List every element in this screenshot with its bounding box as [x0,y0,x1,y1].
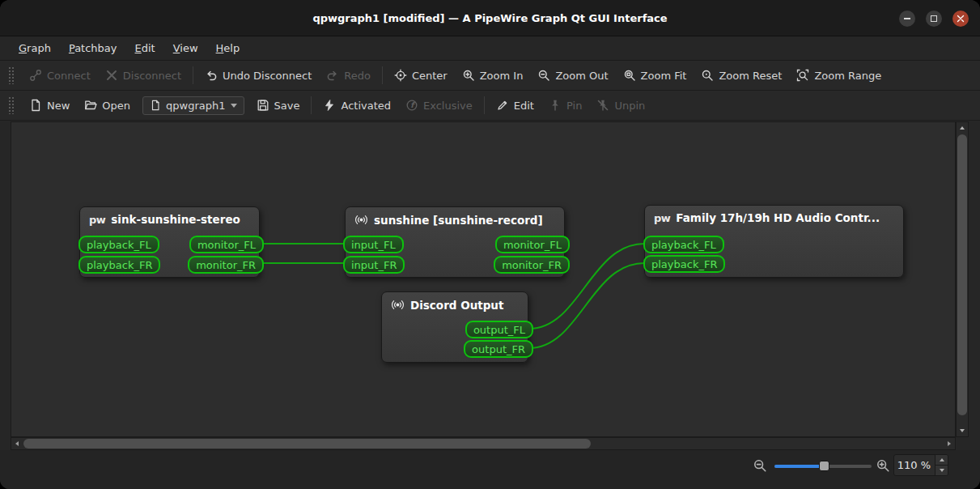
horizontal-scroll-thumb[interactable] [23,439,591,449]
scroll-down-button[interactable] [957,425,968,436]
statusbar-zoom-in-button[interactable] [876,458,890,476]
port-input[interactable]: playback_FL [78,236,159,253]
open-folder-icon [84,99,97,112]
pin-button[interactable]: Pin [541,96,589,115]
disconnect-icon [105,69,118,82]
pipewire-icon: pw [89,214,105,226]
node-title: Family 17h/19h HD Audio Contr... [676,211,880,224]
port-input[interactable]: playback_FR [643,255,725,273]
chevron-down-icon [231,104,237,108]
new-button[interactable]: New [22,96,77,115]
port-input[interactable]: playback_FR [78,256,160,274]
zoom-out-small-icon [753,458,767,473]
vertical-scroll-thumb[interactable] [957,134,967,415]
menu-graph[interactable]: Graph [10,36,60,60]
save-button[interactable]: Save [249,96,308,115]
zoom-spin-up-button[interactable] [935,455,948,466]
port-output[interactable]: monitor_FL [189,236,264,253]
pencil-icon [496,99,509,112]
toolbar-separator [311,96,312,114]
zoom-slider[interactable] [774,460,872,473]
port-output[interactable]: monitor_FR [494,256,570,274]
horizontal-scrollbar[interactable] [11,437,956,450]
patchbay-file-icon [150,100,161,111]
undo-disconnect-button[interactable]: Undo Disconnect [197,66,319,85]
port-input[interactable]: input_FR [343,256,405,274]
zoom-fit-button[interactable]: Zoom Fit [616,66,694,85]
new-file-icon [29,99,42,112]
scroll-left-button[interactable] [11,438,23,449]
node-title: sunshine [sunshine-record] [374,214,543,227]
menu-edit[interactable]: Edit [126,36,164,60]
center-button[interactable]: Center [387,66,455,85]
maximize-icon [931,15,937,22]
graph-canvas[interactable]: pw sink-sunshine-stereo playback_FL play… [11,121,956,437]
node-discord-output[interactable]: Discord Output output_FL output_FR [381,291,528,363]
port-input[interactable]: playback_FL [643,236,724,253]
record-icon [354,213,368,227]
window-controls [899,0,969,36]
node-title: Discord Output [410,299,503,312]
exclusive-button[interactable]: f Exclusive [398,96,480,115]
scroll-up-button[interactable] [957,122,968,134]
port-output[interactable]: output_FL [465,321,533,338]
window-title: qpwgraph1 [modified] — A PipeWire Graph … [312,12,667,24]
menu-view[interactable]: View [164,36,207,60]
close-button[interactable] [952,11,969,27]
scroll-right-button[interactable] [944,438,955,449]
vertical-scrollbar[interactable] [956,121,969,437]
port-output[interactable]: monitor_FL [495,236,570,253]
menubar: Graph Patchbay Edit View Help [0,36,980,61]
pipewire-icon: pw [654,212,670,224]
titlebar[interactable]: qpwgraph1 [modified] — A PipeWire Graph … [0,0,980,36]
minimize-icon [904,18,910,19]
spin-down-icon [940,469,944,472]
zoom-reset-icon [701,69,714,82]
graph-toolbar: Connect Disconnect Undo Disconnect Redo … [0,61,980,91]
open-button[interactable]: Open [77,96,138,115]
statusbar: 110 % [0,450,980,489]
node-family-hd-audio[interactable]: pw Family 17h/19h HD Audio Contr... play… [644,205,904,278]
close-icon [957,15,965,23]
zoom-range-button[interactable]: Zoom Range [789,66,889,85]
toolbar-separator [484,96,485,114]
disconnect-button[interactable]: Disconnect [98,66,189,85]
edit-button[interactable]: Edit [489,96,541,115]
zoom-percent-spinbox[interactable]: 110 % [893,454,948,476]
connect-button[interactable]: Connect [22,66,98,85]
patchbay-selector[interactable]: qpwgraph1 [142,96,244,115]
toolbar-drag-handle[interactable] [8,66,14,84]
center-icon [394,69,407,82]
zoom-percent-value: 110 % [894,455,935,475]
minimize-button[interactable] [899,11,915,27]
redo-button[interactable]: Redo [319,66,378,85]
toolbar-drag-handle[interactable] [8,96,14,114]
app-window: qpwgraph1 [modified] — A PipeWire Graph … [0,0,980,489]
patchbay-toolbar: New Open qpwgraph1 Save Activated f Excl… [0,91,980,121]
zoom-reset-button[interactable]: Zoom Reset [694,66,789,85]
arrow-right-icon [948,441,951,446]
zoom-in-small-icon [876,458,890,473]
menu-patchbay[interactable]: Patchbay [60,36,126,60]
menu-help[interactable]: Help [207,36,249,60]
zoom-slider-handle[interactable] [819,461,829,471]
port-output[interactable]: monitor_FR [188,256,264,274]
statusbar-zoom-out-button[interactable] [753,458,767,476]
pin-icon [549,99,562,112]
zoom-slider-fill [774,465,821,468]
zoom-in-button[interactable]: Zoom In [455,66,531,85]
unpin-button[interactable]: Unpin [589,96,652,115]
node-sunshine-record[interactable]: sunshine [sunshine-record] input_FL inpu… [345,206,565,278]
zoom-range-icon [796,69,809,82]
patchbay-selector-value: qpwgraph1 [166,100,225,112]
zoom-in-icon [462,69,475,82]
arrow-down-icon [960,429,965,432]
activated-button[interactable]: Activated [316,96,398,115]
maximize-button[interactable] [926,11,942,27]
zoom-spin-down-button[interactable] [935,466,948,475]
node-sink-sunshine-stereo[interactable]: pw sink-sunshine-stereo playback_FL play… [79,206,260,278]
zoom-out-button[interactable]: Zoom Out [530,66,615,85]
port-output[interactable]: output_FR [464,340,533,358]
port-input[interactable]: input_FL [343,236,404,253]
connections-layer [11,122,956,437]
